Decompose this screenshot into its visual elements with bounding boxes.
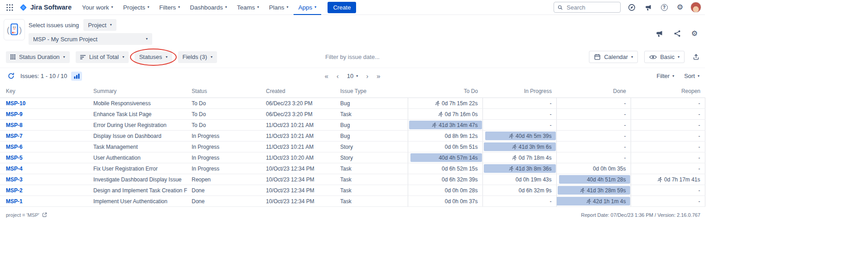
issue-date-filter[interactable]: Filter by issue date... (325, 54, 380, 60)
duration-cell: 41d 3h 8m 36s (482, 163, 556, 174)
column-header-created: Created (261, 85, 336, 98)
display-mode-button[interactable]: Basic ▾ (644, 51, 685, 63)
fields-select[interactable]: Fields (3) ▾ (178, 51, 217, 63)
refresh-button[interactable] (6, 71, 16, 81)
issue-key-link[interactable]: MSP-2 (6, 187, 23, 194)
duration-cell: - (631, 98, 705, 109)
issue-type-cell: Story (336, 152, 408, 163)
issue-key-link[interactable]: MSP-5 (6, 155, 23, 161)
app-logo: ( ) (4, 19, 25, 40)
open-query-button[interactable] (41, 212, 48, 218)
report-type-select[interactable]: Status Duration ▾ (6, 51, 70, 63)
jira-app-window: Jira Software Your work▾ Projects▾ Filte… (0, 0, 705, 218)
nav-item-filters[interactable]: Filters▾ (154, 0, 185, 15)
duration-value: - (636, 133, 700, 139)
duration-value: 41d 3h 9m 6s (487, 144, 552, 150)
status-cell: Done (187, 196, 261, 207)
duration-value: 40d 4h 51m 28s (561, 176, 626, 183)
created-cell: 11/Oct/23 10:21 AM (261, 131, 336, 142)
issue-row: MSP-1Implement User AuthenticationDone10… (0, 196, 705, 207)
issue-type-cell: Story (336, 142, 408, 152)
issue-key-link[interactable]: MSP-6 (6, 144, 23, 150)
issues-table-body: MSP-10Mobile ResponsivenessTo Do06/Dec/2… (0, 98, 705, 207)
nav-item-plans[interactable]: Plans▾ (264, 0, 294, 15)
issue-key-link[interactable]: MSP-1 (6, 198, 23, 205)
page-size-select[interactable]: 10 ▾ (347, 73, 358, 79)
summary-cell: Mobile Responsiveness (89, 98, 187, 109)
filter-menu-button[interactable]: Filter ▾ (656, 73, 674, 79)
key-cell: MSP-3 (0, 174, 89, 185)
user-avatar[interactable] (690, 2, 701, 13)
nav-item-teams[interactable]: Teams▾ (232, 0, 264, 15)
duration-cell: 41d 3h 9m 6s (482, 142, 556, 152)
nav-item-label: Teams (237, 4, 255, 11)
export-button[interactable] (691, 52, 701, 62)
next-page-button[interactable]: › (366, 72, 368, 80)
app-switcher-button[interactable] (4, 2, 15, 13)
nav-item-your-work[interactable]: Your work▾ (77, 0, 118, 15)
feedback-button[interactable] (643, 3, 654, 12)
nav-item-dashboards[interactable]: Dashboards▾ (185, 0, 232, 15)
report-settings-button[interactable]: ⚙ (690, 29, 699, 39)
key-cell: MSP-1 (0, 196, 89, 207)
first-page-button[interactable]: « (324, 72, 328, 80)
issue-source-value: Project (88, 22, 106, 29)
issue-key-link[interactable]: MSP-4 (6, 166, 23, 172)
chevron-down-icon: ▾ (356, 74, 358, 78)
compass-icon (628, 4, 636, 11)
grid-icon (6, 4, 14, 11)
issue-source-select[interactable]: Project ▾ (83, 19, 116, 31)
nav-item-apps[interactable]: Apps▾ (294, 0, 322, 15)
page-size-value: 10 (347, 73, 353, 79)
duration-value: - (636, 155, 700, 161)
duration-cell: - (482, 109, 556, 120)
duration-value: - (636, 122, 700, 128)
external-link-icon (42, 212, 47, 217)
issue-key-link[interactable]: MSP-9 (6, 111, 23, 117)
chart-view-button[interactable] (71, 72, 82, 81)
summary-cell: Implement User Authentication (89, 196, 187, 207)
chevron-down-icon: ▾ (225, 5, 227, 9)
search-input[interactable] (566, 4, 617, 11)
issue-key-link[interactable]: MSP-8 (6, 122, 23, 128)
issue-key-link[interactable]: MSP-3 (6, 176, 23, 183)
running-status-icon (435, 101, 440, 106)
column-header-in-progress: In Progress (482, 85, 556, 98)
help-button[interactable]: ? (659, 3, 670, 12)
last-page-button[interactable]: » (376, 72, 380, 80)
primary-nav: Your work▾ Projects▾ Filters▾ Dashboards… (77, 0, 321, 15)
jira-logo[interactable]: Jira Software (19, 3, 72, 12)
search-box[interactable] (554, 2, 621, 13)
sort-menu-button[interactable]: Sort ▾ (684, 73, 699, 79)
statuses-select-label: Statuses (139, 54, 162, 60)
chevron-down-icon: ▾ (178, 5, 180, 9)
fields-select-label: Fields (3) (183, 54, 207, 60)
share-button[interactable] (672, 29, 683, 39)
project-select[interactable]: MSP - My Scrum Project ▾ (29, 33, 152, 45)
duration-value: 0d 7h 18m 4s (487, 155, 552, 161)
key-cell: MSP-9 (0, 109, 89, 120)
status-cell: Done (187, 185, 261, 196)
view-select[interactable]: List of Total ▾ (76, 51, 129, 63)
issue-row: MSP-6Task ManagementIn Progress11/Oct/23… (0, 142, 705, 152)
issue-key-link[interactable]: MSP-7 (6, 133, 23, 139)
duration-cell: - (631, 163, 705, 174)
column-header-done: Done (556, 85, 631, 98)
key-cell: MSP-7 (0, 131, 89, 142)
chevron-down-icon: ▾ (631, 55, 633, 59)
duration-cell: - (631, 185, 705, 196)
issue-key-link[interactable]: MSP-10 (6, 100, 25, 107)
summary-cell: Investigate Dashboard Display Issue (89, 174, 187, 185)
statuses-select[interactable]: Statuses ▾ (135, 51, 172, 63)
help-icon: ? (661, 4, 668, 11)
duration-value: 0d 0h 5m 51s (413, 144, 478, 150)
create-button[interactable]: Create (328, 2, 356, 13)
prev-page-button[interactable]: ‹ (337, 72, 339, 80)
summary-cell: Fix User Registration Error (89, 163, 187, 174)
top-navigation-bar: Jira Software Your work▾ Projects▾ Filte… (0, 0, 705, 15)
calendar-button[interactable]: Calendar ▾ (589, 51, 638, 63)
discover-button[interactable] (626, 2, 637, 13)
nav-item-projects[interactable]: Projects▾ (118, 0, 154, 15)
settings-button[interactable]: ⚙ (675, 2, 685, 12)
announcement-button[interactable] (654, 29, 665, 39)
